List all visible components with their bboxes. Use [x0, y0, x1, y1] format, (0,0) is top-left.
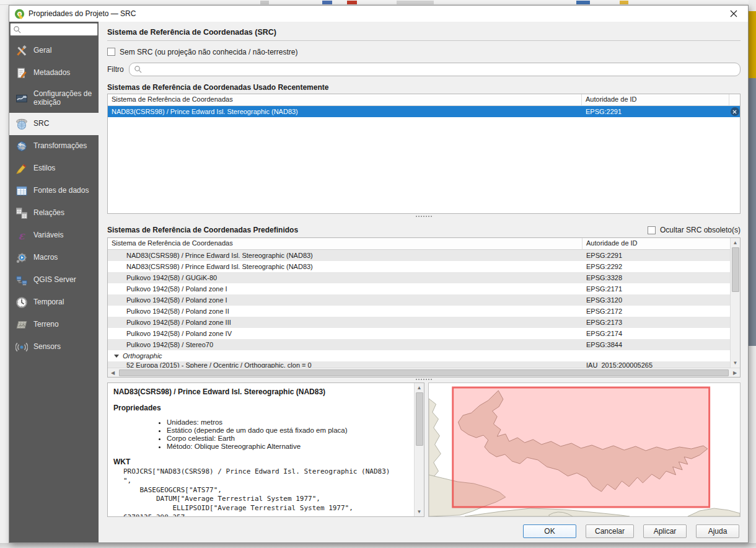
background-toolbar-strip [0, 0, 756, 5]
settings-sidebar: Geral Metadados Configurações de exibiçã… [9, 22, 99, 542]
sidebar-item-terreno[interactable]: Terreno [9, 314, 99, 336]
sidebar-item-src[interactable]: SRC [9, 113, 99, 135]
horizontal-scrollbar[interactable]: ◀ ▶ [108, 368, 740, 377]
src-settings-page: Sistema de Referência de Coordenadas (SR… [99, 22, 748, 542]
scroll-right-icon[interactable]: ▶ [730, 370, 740, 376]
sidebar-item-label: Metadados [33, 69, 70, 77]
sidebar-item-geral[interactable]: Geral [9, 40, 99, 62]
crs-filter-input[interactable] [129, 63, 741, 76]
column-header-crs[interactable]: Sistema de Referência de Coordenadas [108, 94, 582, 105]
sidebar-item-label: Terreno [33, 320, 59, 329]
recent-crs-row-selected[interactable]: NAD83(CSRS98) / Prince Edward Isl. Stere… [108, 106, 740, 117]
hide-deprecated-checkbox[interactable] [648, 226, 656, 234]
tools-icon [15, 45, 28, 57]
column-header-authority[interactable]: Autoridade de ID [582, 238, 730, 249]
sidebar-search-input[interactable] [10, 23, 98, 36]
background-panel-strip [749, 0, 756, 548]
qgis-logo-icon [14, 9, 25, 19]
data-table-icon [15, 185, 28, 197]
crs-row[interactable]: Pulkovo 1942(58) / Poland zone I EPSG:21… [108, 283, 730, 294]
sidebar-item-label: Variáveis [33, 231, 63, 240]
splitter-handle[interactable] [107, 378, 741, 381]
wkt-heading: WKT [113, 457, 411, 466]
paintbrush-icon [15, 162, 28, 175]
crs-authority: EPSG:3120 [582, 296, 730, 304]
sidebar-item-label: Macros [33, 254, 58, 262]
crs-authority: EPSG:2173 [582, 319, 730, 326]
scroll-up-icon[interactable]: ▲ [415, 383, 424, 392]
hide-deprecated-label: Ocultar SRC obsoleto(s) [660, 226, 741, 234]
page-title: Sistema de Referência de Coordenadas (SR… [107, 25, 741, 41]
crs-row-partial[interactable]: 52 Europa (2015) - Sphere / Ocentric / O… [108, 361, 730, 368]
sidebar-item-fontes-de-dados[interactable]: Fontes de dados [9, 180, 99, 202]
toolbar-fragment [260, 1, 269, 4]
column-header-crs[interactable]: Sistema de Referência de Coordenadas [108, 238, 582, 249]
crs-row[interactable]: Pulkovo 1942(58) / Poland zone IV EPSG:2… [108, 328, 730, 339]
crs-name: Pulkovo 1942(58) / Poland zone I [108, 296, 582, 304]
map-view-icon [15, 92, 28, 105]
crs-name: Pulkovo 1942(58) / Poland zone II [108, 307, 582, 315]
cancel-button[interactable]: Cancelar [586, 524, 634, 538]
crs-row[interactable]: NAD83(CSRS98) / Prince Edward Isl. Stere… [108, 261, 730, 272]
property-item: Método: Oblique Stereographic Alternativ… [167, 443, 411, 450]
crs-name: Pulkovo 1942(58) / GUGiK-80 [108, 274, 582, 281]
sidebar-item-relacoes[interactable]: Relações [9, 202, 99, 224]
crs-group-label: Orthographic [123, 352, 730, 360]
sidebar-item-macros[interactable]: Macros [9, 247, 99, 269]
vertical-scrollbar[interactable]: ▲ ▼ [730, 238, 740, 368]
predefined-crs-title: Sistemas de Referência de Coordenadas Pr… [107, 226, 298, 234]
globe-crs-icon [15, 118, 28, 130]
dialog-titlebar[interactable]: Propriedades do Projeto — SRC [9, 6, 748, 22]
vertical-scrollbar[interactable]: ▲ ▼ [414, 383, 424, 516]
sidebar-item-configuracoes-exibicao[interactable]: Configurações de exibição [9, 84, 99, 113]
apply-button[interactable]: Aplicar [643, 524, 687, 538]
sidebar-item-variaveis[interactable]: ε Variáveis [9, 224, 99, 247]
crs-row[interactable]: Pulkovo 1942(58) / Stereo70 EPSG:3844 [108, 339, 730, 350]
ok-button[interactable]: OK [523, 524, 576, 538]
crs-group-row-orthographic[interactable]: Orthographic [108, 350, 730, 361]
crs-row[interactable]: Pulkovo 1942(58) / Poland zone I EPSG:31… [108, 294, 730, 306]
remove-recent-crs-button[interactable] [731, 107, 739, 116]
scroll-down-icon[interactable]: ▼ [415, 507, 424, 516]
crs-row[interactable]: NAD83(CSRS98) / Prince Edward Isl. Stere… [108, 250, 730, 261]
signal-icon [15, 341, 28, 353]
scroll-left-icon[interactable]: ◀ [108, 370, 118, 376]
crs-row[interactable]: Pulkovo 1942(58) / Poland zone III EPSG:… [108, 317, 730, 328]
clock-icon [15, 296, 28, 309]
project-properties-dialog: Propriedades do Projeto — SRC [9, 5, 749, 543]
sidebar-item-sensors[interactable]: Sensors [9, 336, 99, 358]
crs-row[interactable]: Pulkovo 1942(58) / GUGiK-80 EPSG:3328 [108, 272, 730, 283]
terrain-icon [15, 319, 28, 331]
predefined-crs-table: Sistema de Referência de Coordenadas Aut… [107, 237, 741, 378]
toolbar-fragment [576, 1, 590, 4]
extent-map-svg [429, 383, 740, 516]
crs-row[interactable]: Pulkovo 1942(58) / Poland zone II EPSG:2… [108, 306, 730, 317]
sidebar-item-label: Temporal [33, 298, 64, 307]
sidebar-item-temporal[interactable]: Temporal [9, 291, 99, 314]
help-button[interactable]: Ajuda [696, 524, 739, 538]
scrollbar-thumb[interactable] [119, 369, 729, 376]
crs-authority: EPSG:2174 [582, 330, 730, 337]
scroll-up-icon[interactable]: ▲ [731, 238, 740, 247]
scrollbar-thumb[interactable] [416, 392, 423, 446]
column-header-authority[interactable]: Autoridade de ID [582, 94, 729, 105]
scroll-down-icon[interactable]: ▼ [731, 358, 740, 368]
close-icon [730, 10, 737, 17]
sidebar-item-qgis-server[interactable]: QGIS Server [9, 269, 99, 291]
property-item: Corpo celestial: Earth [167, 435, 411, 442]
scrollbar-thumb[interactable] [732, 247, 739, 292]
sidebar-item-transformacoes[interactable]: Transformações [9, 135, 99, 157]
sidebar-item-label: Configurações de exibição [33, 90, 96, 107]
sidebar-item-estilos[interactable]: Estilos [9, 157, 99, 180]
globe-transform-icon [15, 140, 28, 152]
no-crs-checkbox[interactable] [107, 48, 115, 56]
properties-heading: Propriedades [113, 404, 411, 412]
recent-crs-name: NAD83(CSRS98) / Prince Edward Isl. Stere… [108, 108, 582, 115]
window-close-button[interactable] [724, 7, 743, 20]
crs-authority: EPSG:3328 [582, 274, 730, 281]
window-title: Propriedades do Projeto — SRC [29, 9, 136, 18]
collapse-triangle-icon[interactable] [114, 355, 119, 358]
recent-crs-authority: EPSG:2291 [582, 108, 729, 115]
sidebar-item-metadados[interactable]: Metadados [9, 62, 99, 84]
splitter-handle[interactable] [107, 214, 741, 219]
